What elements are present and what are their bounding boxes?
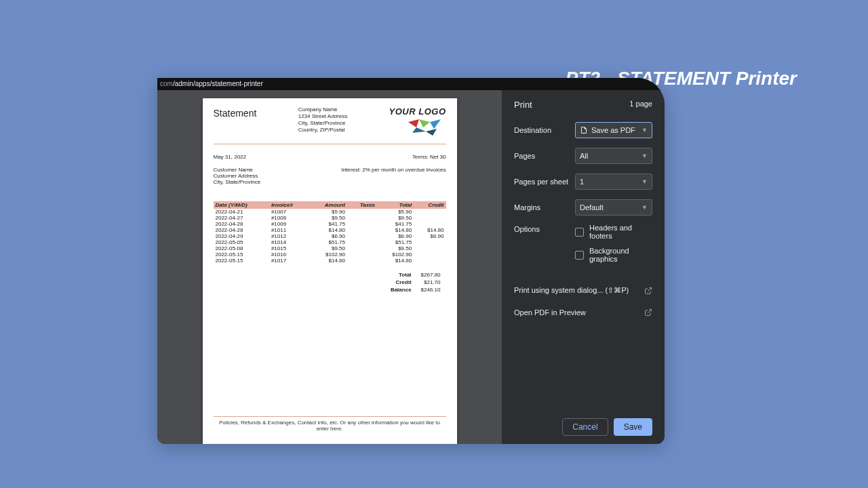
total-value: $267.80 [417,272,445,278]
url-bar: com/admin/apps/statement-printer [157,78,665,90]
statement-terms: Terms: Net 30 [412,154,446,160]
pps-value: 1 [580,178,584,186]
panel-title: Print [514,100,532,110]
column-header: Amount [309,201,347,209]
page-count: 1 page [629,100,652,110]
credit-value: $21.70 [417,279,445,285]
company-city: City, State/Province [298,120,348,127]
margins-select[interactable]: Default ▼ [575,199,652,216]
column-header: Date (Y/M/D) [214,201,269,209]
company-name: Company Name [298,106,348,113]
balance-label: Balance [387,287,416,293]
table-row: 2022-04-28#1011$14.80$14.80$14.80 [214,227,446,233]
customer-address: Customer Address [214,173,261,179]
background-graphics-checkbox[interactable] [575,251,584,260]
margins-label: Margins [514,203,575,211]
invoice-table: Date (Y/M/D)Invoice#AmountTaxesTotalCred… [214,201,446,264]
options-label: Options [514,225,575,233]
print-dialog-window: com/admin/apps/statement-printer Stateme… [157,78,665,444]
print-options-panel: Print 1 page Destination Save as PDF ▼ P… [502,90,665,444]
logo-block: YOUR LOGO [389,106,446,138]
chevron-down-icon: ▼ [642,178,648,185]
table-row: 2022-04-21#1007$5.90$5.90 [214,209,446,215]
pages-value: All [580,152,588,160]
table-row: 2022-05-15#1017$14.80$14.80 [214,258,446,264]
url-path: /admin/apps/statement-printer [173,80,263,87]
customer-name: Customer Name [214,167,261,173]
balance-value: $246.10 [417,287,445,293]
svg-marker-0 [408,119,419,127]
cancel-button[interactable]: Cancel [562,418,608,436]
totals-block: Total$267.80 Credit$21.70 Balance$246.10 [214,270,446,294]
chevron-down-icon: ▼ [642,152,648,159]
external-link-icon [644,287,652,295]
credit-label: Credit [387,279,416,285]
statement-page: Statement Company Name 1234 Street Addre… [203,98,457,444]
divider [214,144,446,144]
customer-block: Customer Name Customer Address City, Sta… [214,167,261,185]
table-row: 2022-05-08#1015$9.50$9.50 [214,245,446,251]
svg-marker-3 [412,127,426,133]
statement-interest: Interest: 2% per month on overdue invoic… [341,167,446,195]
print-preview-pane: Statement Company Name 1234 Street Addre… [157,90,502,444]
save-button[interactable]: Save [614,418,652,436]
column-header: Taxes [347,201,377,209]
statement-date: May 31, 2022 [214,154,246,160]
open-preview-text: Open PDF in Preview [514,308,586,317]
table-row: 2022-04-27#1008$9.50$9.50 [214,215,446,221]
headers-footers-checkbox[interactable] [575,228,584,237]
company-street: 1234 Street Address [298,113,348,120]
svg-marker-4 [426,129,437,136]
system-dialog-link[interactable]: Print using system dialog... (⇧⌘P) [514,279,652,302]
headers-footers-label: Headers and footers [589,224,652,240]
pages-per-sheet-label: Pages per sheet [514,178,575,186]
svg-line-6 [648,310,652,314]
chevron-down-icon: ▼ [642,204,648,211]
chevron-down-icon: ▼ [642,127,648,134]
table-row: 2022-04-28#1009$41.75$41.75 [214,221,446,227]
column-header: Invoice# [269,201,309,209]
background-graphics-label: Background graphics [589,247,652,263]
system-dialog-text: Print using system dialog... (⇧⌘P) [514,286,629,295]
destination-label: Destination [514,126,575,134]
company-country: Country, ZIP/Postal [298,127,348,134]
pdf-file-icon [580,126,588,134]
company-address-block: Company Name 1234 Street Address City, S… [298,106,348,138]
table-row: 2022-04-29#1012$6.90$6.90$6.90 [214,233,446,239]
svg-marker-1 [419,119,430,127]
table-row: 2022-05-05#1014$51.75$51.75 [214,239,446,245]
column-header: Total [377,201,414,209]
column-header: Credit [414,201,446,209]
destination-select[interactable]: Save as PDF ▼ [575,122,652,138]
logo-text: YOUR LOGO [389,106,446,117]
statement-title: Statement [214,108,257,138]
footer-text: Policies, Refunds & Exchanges, Contact I… [219,420,440,432]
table-row: 2022-05-15#1016$102.90$102.90 [214,251,446,258]
destination-value: Save as PDF [591,126,635,134]
external-link-icon [644,308,652,317]
logo-icon [407,118,446,137]
open-preview-link[interactable]: Open PDF in Preview [514,302,652,323]
svg-line-5 [648,287,652,291]
url-host: com [160,80,173,87]
pages-per-sheet-select[interactable]: 1 ▼ [575,174,652,190]
statement-footer: Policies, Refunds & Exchanges, Contact I… [214,416,446,432]
pages-label: Pages [514,152,575,160]
svg-marker-2 [430,119,441,129]
total-label: Total [387,272,416,278]
customer-city: City, State/Province [214,179,261,185]
pages-select[interactable]: All ▼ [575,148,652,164]
margins-value: Default [580,203,604,211]
